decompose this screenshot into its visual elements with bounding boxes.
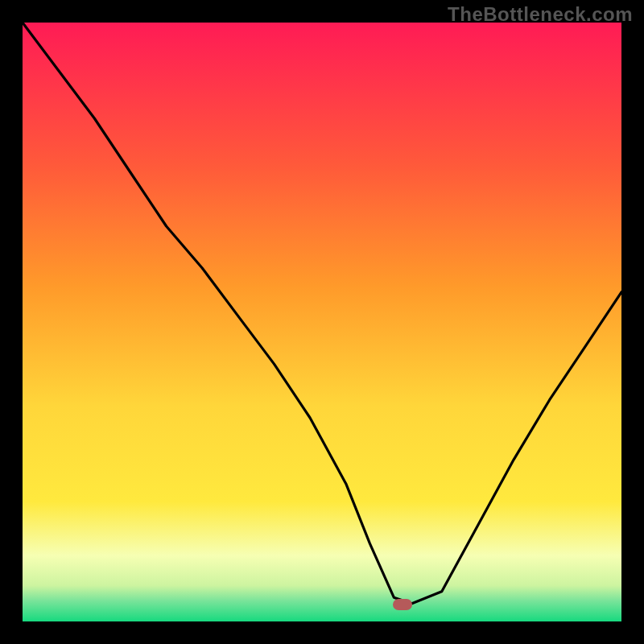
chart-svg bbox=[23, 23, 621, 621]
chart-background-gradient bbox=[23, 23, 621, 621]
chart-frame: TheBottleneck.com bbox=[0, 0, 644, 644]
watermark-text: TheBottleneck.com bbox=[448, 3, 633, 26]
chart-plot-area bbox=[23, 23, 621, 621]
optimal-point-marker bbox=[393, 599, 412, 610]
